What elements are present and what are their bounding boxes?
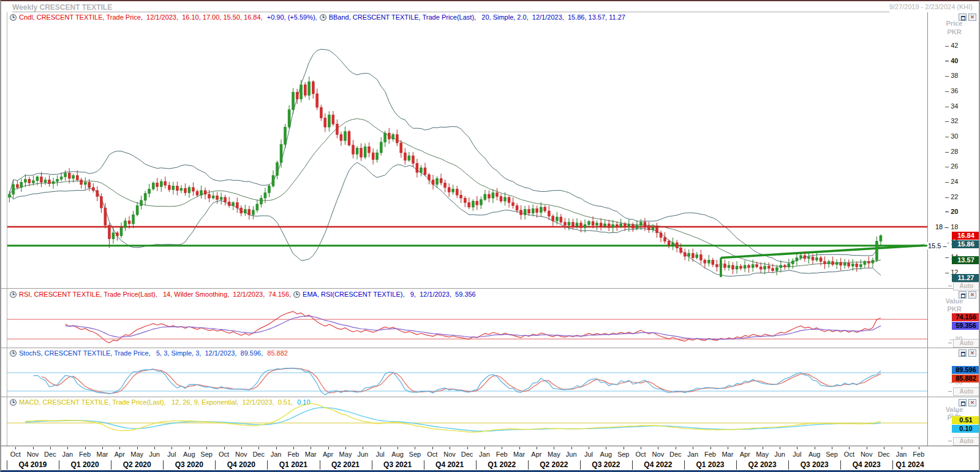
restore-panel-button[interactable] xyxy=(959,399,967,406)
month-tick xyxy=(241,447,242,449)
chart-window: Weekly CRESCENT TEXTILE 9/27/2019 - 2/23… xyxy=(0,0,980,472)
close-panel-button[interactable]: ✕ xyxy=(968,291,976,299)
month-label: Jul xyxy=(793,451,801,458)
quarter-separator xyxy=(632,460,633,470)
stoch-k-line xyxy=(33,368,881,395)
quarter-label: Q2 2022 xyxy=(540,460,568,469)
month-label: Oct xyxy=(427,451,437,458)
month-tick xyxy=(102,447,103,449)
restore-icon xyxy=(961,402,965,406)
month-label: Jan xyxy=(479,451,490,458)
macd-line xyxy=(25,404,881,432)
month-tick xyxy=(276,447,277,449)
quarter-separator xyxy=(320,460,320,470)
month-label: Dec xyxy=(44,451,56,458)
price-axis-currency: PKR xyxy=(930,28,979,36)
month-tick xyxy=(293,447,294,449)
value-badge: 0.10 xyxy=(952,425,980,433)
auto-scale-button[interactable]: Auto xyxy=(953,339,980,348)
quarter-label: Q1 2020 xyxy=(71,460,99,469)
month-tick xyxy=(849,447,850,449)
restore-panel-button[interactable] xyxy=(959,349,967,357)
quarter-separator xyxy=(788,460,789,470)
month-label: Jun xyxy=(566,451,577,458)
restore-icon xyxy=(961,16,965,20)
quarter-separator xyxy=(163,460,164,470)
axis-top-border xyxy=(1,446,980,446)
quarter-separator xyxy=(7,460,7,470)
month-tick xyxy=(710,447,711,449)
close-panel-button[interactable]: ✕ xyxy=(968,349,976,357)
month-label: Jan xyxy=(687,451,698,458)
restore-panel-button[interactable] xyxy=(959,13,967,21)
value-badge: 85.882 xyxy=(952,375,980,383)
auto-scale-button[interactable]: Auto xyxy=(953,387,980,396)
stoch-chart[interactable] xyxy=(7,348,928,396)
month-tick xyxy=(606,447,606,449)
auto-scale-button[interactable]: Auto xyxy=(953,437,980,446)
month-tick xyxy=(67,447,68,449)
month-tick xyxy=(119,447,120,449)
month-tick xyxy=(728,447,728,449)
month-tick xyxy=(137,447,138,449)
month-tick xyxy=(554,447,554,449)
quarter-separator xyxy=(684,460,685,470)
month-label: Feb xyxy=(913,451,924,458)
month-label: Apr xyxy=(323,451,333,458)
panel-separator xyxy=(1,397,980,397)
month-label: Dec xyxy=(461,451,473,458)
price-tick-label: – 20 xyxy=(945,208,958,215)
month-label: Oct xyxy=(636,451,646,458)
month-label: Jun xyxy=(357,451,368,458)
price-chart[interactable] xyxy=(7,12,928,288)
month-tick xyxy=(85,447,86,449)
month-tick xyxy=(311,447,311,449)
month-tick xyxy=(50,447,51,449)
quarter-label: Q2 2020 xyxy=(123,460,151,469)
month-tick xyxy=(502,447,502,449)
close-panel-button[interactable]: ✕ xyxy=(968,13,976,21)
macd-chart[interactable] xyxy=(7,397,928,446)
month-label: Mar xyxy=(722,451,733,458)
auto-tick-dash xyxy=(948,391,952,392)
close-panel-button[interactable]: ✕ xyxy=(968,399,976,406)
quarter-label: Q4 2023 xyxy=(853,460,881,469)
price-tick-label: – 30 xyxy=(945,132,958,140)
month-label: Sep xyxy=(617,451,630,458)
month-tick xyxy=(15,447,16,449)
month-tick xyxy=(363,447,363,449)
price-tick-label: – 36 xyxy=(945,87,958,94)
month-label: Aug xyxy=(600,451,612,458)
price-line-label: 18 – xyxy=(935,223,949,230)
quarter-label: Q4 2020 xyxy=(227,460,255,469)
quarter-separator xyxy=(111,460,111,470)
quarter-label: Q4 2019 xyxy=(18,460,47,469)
month-label: Oct xyxy=(219,451,229,458)
quarter-label: Q3 2020 xyxy=(175,460,203,469)
month-label: May xyxy=(130,451,143,458)
month-tick xyxy=(919,447,919,449)
month-label: Mar xyxy=(97,451,108,458)
month-tick xyxy=(224,447,225,449)
quarter-label: Q4 2022 xyxy=(644,460,672,469)
rsi-chart[interactable] xyxy=(7,289,928,348)
month-tick xyxy=(693,447,693,449)
quarter-label: Q2 2021 xyxy=(331,460,360,469)
quarter-separator xyxy=(892,460,893,470)
month-tick xyxy=(450,447,450,449)
price-tick-label: – 32 xyxy=(945,117,958,124)
month-label: Sep xyxy=(200,451,213,458)
month-label: Jul xyxy=(376,451,385,458)
month-label: Jul xyxy=(584,451,593,458)
value-badge: 15.86 xyxy=(952,240,980,248)
quarter-separator xyxy=(476,460,477,470)
auto-scale-button[interactable]: Auto xyxy=(953,282,980,291)
restore-panel-button[interactable] xyxy=(959,291,967,299)
month-tick xyxy=(467,447,468,449)
month-label: Sep xyxy=(826,451,838,458)
value-badge: 74.156 xyxy=(952,313,980,321)
month-tick xyxy=(154,447,155,449)
quarter-label: Q3 2022 xyxy=(592,460,620,469)
month-tick xyxy=(484,447,485,449)
month-tick xyxy=(206,447,207,449)
